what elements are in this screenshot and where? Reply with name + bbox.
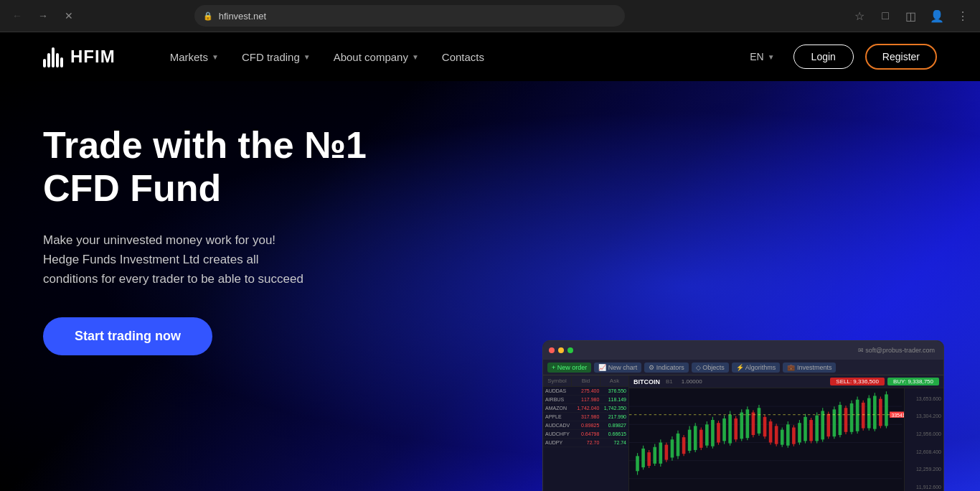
algorithms-btn[interactable]: ⚡ Algorithms: [732, 363, 781, 373]
back-button[interactable]: ←: [7, 6, 27, 26]
nav-right: EN ▼ Login Register: [743, 44, 937, 70]
sidebar-header: Symbol Bid Ask: [543, 375, 628, 387]
bid-audpy: 72.70: [573, 440, 600, 445]
nav-contacts[interactable]: Contacts: [430, 45, 496, 69]
reload-button[interactable]: ✕: [59, 6, 79, 26]
window-minimize-dot: [558, 347, 564, 353]
objects-btn[interactable]: ◇ Objects: [692, 363, 729, 373]
platform-row-auddas[interactable]: AUDDAS 275.400 376.550: [543, 387, 628, 396]
logo-bar-5: [60, 57, 63, 67]
nav-cfd-label: CFD trading: [242, 51, 300, 63]
website: HFIM Markets ▼ CFD trading ▼ About compa…: [0, 32, 980, 491]
price-tick-1: 13,653.600: [907, 396, 941, 401]
platform-topbar: ✉ soft@probus-trader.com: [543, 341, 943, 360]
col-symbol: Symbol: [543, 375, 572, 386]
nav-contacts-label: Contacts: [442, 51, 484, 63]
chart-svg: 33541150: [629, 388, 943, 491]
platform-toolbar: + New order 📈 New chart ⚙ Indicators ◇ O…: [543, 360, 943, 375]
chart-price-display: 1.00000: [682, 378, 702, 385]
language-label: EN: [750, 51, 763, 62]
platform-row-audchf[interactable]: AUDCHFY 0.64798 0.66615: [543, 430, 628, 439]
logo-bar-2: [47, 53, 50, 67]
hero-subtitle: Make your uninvested money work for you!…: [43, 230, 367, 289]
bid-amazon: 1,742.040: [573, 406, 600, 411]
col-bid: Bid: [572, 375, 600, 386]
ask-apple: 217.990: [599, 414, 626, 419]
logo-text: HFIM: [70, 47, 116, 67]
browser-actions: ☆ □ ◫ 👤 ⋮: [849, 6, 973, 26]
logo[interactable]: HFIM: [43, 46, 116, 67]
nav-markets[interactable]: Markets ▼: [159, 45, 230, 69]
platform-body: Symbol Bid Ask AUDDAS 275.400 376.550 AI…: [543, 375, 943, 491]
indicators-btn[interactable]: ⚙ Indicators: [644, 363, 689, 373]
symbol-audpy: AUDPY: [545, 440, 573, 445]
bid-airbus: 117.980: [573, 397, 600, 402]
nav-cfd-trading[interactable]: CFD trading ▼: [230, 45, 322, 69]
hero-section: Trade with the №1 CFD Fund Make your uni…: [0, 81, 980, 491]
lock-icon: 🔒: [203, 11, 213, 21]
platform-row-apple[interactable]: APPLE 317.980 217.990: [543, 413, 628, 421]
symbol-amazon: AMAZON: [545, 406, 573, 411]
language-selector[interactable]: EN ▼: [743, 47, 781, 67]
nav-links: Markets ▼ CFD trading ▼ About company ▼ …: [159, 45, 743, 69]
extensions-button[interactable]: □: [875, 6, 895, 26]
window-close-dot: [549, 347, 555, 353]
nav-about-label: About company: [334, 51, 408, 63]
col-ask: Ask: [600, 375, 628, 386]
price-tick-6: 11,912.600: [907, 485, 941, 490]
symbol-airbus: AIRBUS: [545, 397, 573, 402]
platform-sidebar: Symbol Bid Ask AUDDAS 275.400 376.550 AI…: [543, 375, 629, 491]
platform-row-audpy[interactable]: AUDPY 72.70 72.74: [543, 439, 628, 447]
chevron-down-icon-2: ▼: [303, 53, 311, 61]
price-axis: 13,653.600 13,304.200 12,956.000 12,608.…: [904, 388, 943, 491]
bookmark-button[interactable]: ☆: [849, 6, 870, 26]
window-maximize-dot: [567, 347, 573, 353]
chart-buy-sell: SELL: 9,336,500 BUY: 9,338,750: [830, 378, 939, 385]
forward-button[interactable]: →: [33, 6, 53, 26]
address-bar[interactable]: 🔒 hfinvest.net: [194, 5, 625, 27]
bid-audchf: 0.64798: [573, 431, 600, 436]
buy-button[interactable]: BUY: 9,338,750: [887, 378, 939, 385]
ask-auddas: 376.550: [599, 388, 626, 393]
chart-header: BITCOIN B1 1.00000 SELL: 9,336,500 BUY: …: [629, 375, 943, 388]
menu-button[interactable]: ⋮: [953, 6, 973, 26]
new-order-btn[interactable]: + New order: [547, 363, 591, 373]
price-tick-2: 13,304.200: [907, 413, 941, 418]
symbol-audcad: AUDCADV: [545, 423, 573, 428]
platform-row-audcad[interactable]: AUDCADV 0.89825 0.89827: [543, 421, 628, 430]
symbol-auddas: AUDDAS: [545, 388, 573, 393]
browser-chrome: ← → ✕ 🔒 hfinvest.net ☆ □ ◫ 👤 ⋮: [0, 0, 980, 32]
logo-bar-1: [43, 59, 46, 67]
symbol-audchf: AUDCHFY: [545, 431, 573, 436]
start-trading-button[interactable]: Start trading now: [43, 317, 212, 355]
register-button[interactable]: Register: [865, 44, 937, 70]
chevron-down-icon-4: ▼: [768, 53, 775, 61]
investments-btn[interactable]: 💼 Investments: [783, 363, 836, 373]
login-button[interactable]: Login: [793, 45, 854, 69]
ask-audpy: 72.74: [599, 440, 626, 445]
bid-audcad: 0.89825: [573, 423, 600, 428]
chevron-down-icon: ▼: [212, 53, 219, 61]
logo-icon: [43, 46, 63, 67]
nav-about-company[interactable]: About company ▼: [322, 45, 430, 69]
platform-row-amazon[interactable]: AMAZON 1,742.040 1,742.350: [543, 404, 628, 413]
ask-airbus: 118.149: [599, 397, 626, 402]
chart-symbol: BITCOIN: [633, 378, 660, 385]
split-button[interactable]: ◫: [901, 6, 921, 26]
price-tick-3: 12,956.000: [907, 431, 941, 436]
new-chart-btn[interactable]: 📈 New chart: [594, 363, 641, 373]
symbol-apple: APPLE: [545, 414, 573, 419]
platform-row-airbus[interactable]: AIRBUS 117.980 118.149: [543, 396, 628, 404]
sell-button[interactable]: SELL: 9,336,500: [830, 378, 885, 385]
ask-audchf: 0.66615: [599, 431, 626, 436]
price-tick-5: 12,259.200: [907, 467, 941, 472]
url-text: hfinvest.net: [219, 11, 267, 22]
chart-timeframe: B1: [666, 378, 673, 385]
logo-bar-3: [52, 47, 55, 67]
logo-bar-4: [56, 53, 59, 67]
ask-amazon: 1,742.350: [599, 406, 626, 411]
profile-button[interactable]: 👤: [927, 6, 947, 26]
hero-title-line2: CFD Fund: [43, 167, 221, 209]
ask-audcad: 0.89827: [599, 423, 626, 428]
price-tick-4: 12,608.400: [907, 449, 941, 454]
